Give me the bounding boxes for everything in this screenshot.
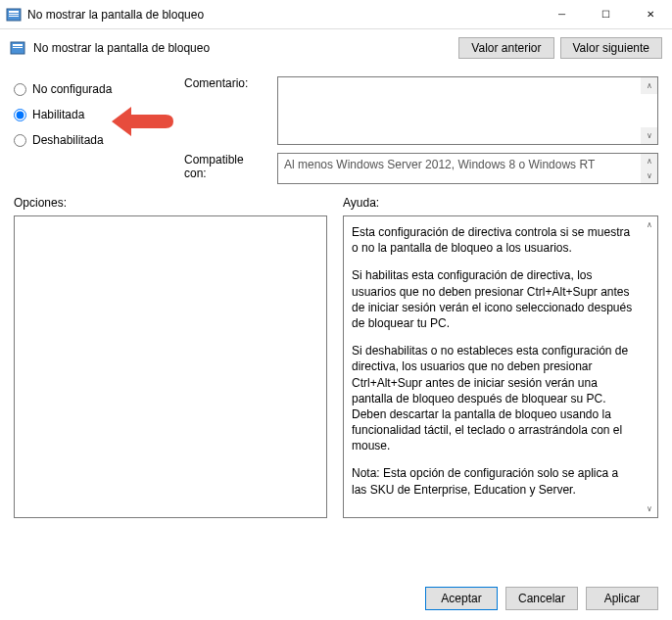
close-button[interactable]: ✕ xyxy=(628,0,672,29)
svg-rect-5 xyxy=(13,44,23,46)
scroll-up-icon[interactable]: ∧ xyxy=(641,216,657,233)
policy-name: No mostrar la pantalla de bloqueo xyxy=(33,41,458,55)
scroll-up-icon[interactable]: ∧ xyxy=(641,154,657,168)
svg-rect-3 xyxy=(9,16,19,17)
compatible-field: Al menos Windows Server 2012, Windows 8 … xyxy=(277,153,658,184)
subtitle-row: No mostrar la pantalla de bloqueo Valor … xyxy=(0,29,672,67)
help-paragraph: Nota: Esta opción de configuración solo … xyxy=(352,465,636,497)
dialog-footer: Aceptar Cancelar Aplicar xyxy=(425,587,658,610)
radio-disabled-input[interactable] xyxy=(14,134,26,147)
scroll-down-icon[interactable]: ∨ xyxy=(641,501,657,517)
apply-button[interactable]: Aplicar xyxy=(586,587,658,610)
scroll-down-icon[interactable]: ∨ xyxy=(641,127,657,144)
policy-icon xyxy=(10,40,25,56)
svg-rect-1 xyxy=(9,11,19,13)
help-label: Ayuda: xyxy=(343,196,658,210)
radio-enabled-label: Habilitada xyxy=(32,108,84,121)
svg-rect-6 xyxy=(13,47,23,48)
radio-not-configured-input[interactable] xyxy=(14,83,26,96)
titlebar: No mostrar la pantalla de bloqueo ─ ☐ ✕ xyxy=(0,0,672,29)
radio-disabled-label: Deshabilitada xyxy=(32,133,104,147)
comment-textarea[interactable]: ∧ ∨ xyxy=(277,76,658,145)
radio-not-configured[interactable]: No configurada xyxy=(14,82,170,96)
options-box xyxy=(14,215,327,518)
comment-label: Comentario: xyxy=(184,76,267,145)
options-label: Opciones: xyxy=(14,196,327,210)
help-paragraph: Esta configuración de directiva controla… xyxy=(352,224,636,256)
radio-enabled-input[interactable] xyxy=(14,109,26,121)
cancel-button[interactable]: Cancelar xyxy=(505,587,578,610)
maximize-button[interactable]: ☐ xyxy=(584,0,628,29)
compatible-label: Compatible con: xyxy=(184,153,267,180)
help-paragraph: Si deshabilitas o no estableces esta con… xyxy=(352,343,636,453)
minimize-button[interactable]: ─ xyxy=(540,0,584,29)
policy-icon xyxy=(6,7,22,23)
compatible-value: Al menos Windows Server 2012, Windows 8 … xyxy=(278,154,657,175)
radio-enabled[interactable]: Habilitada xyxy=(14,108,170,121)
help-box: Esta configuración de directiva controla… xyxy=(343,215,658,518)
previous-value-button[interactable]: Valor anterior xyxy=(458,37,553,59)
radio-not-configured-label: No configurada xyxy=(32,82,112,96)
ok-button[interactable]: Aceptar xyxy=(425,587,498,610)
help-paragraph: Si habilitas esta configuración de direc… xyxy=(352,267,636,331)
radio-disabled[interactable]: Deshabilitada xyxy=(14,133,170,147)
scroll-up-icon[interactable]: ∧ xyxy=(641,77,657,94)
next-value-button[interactable]: Valor siguiente xyxy=(560,37,663,59)
window-title: No mostrar la pantalla de bloqueo xyxy=(27,8,540,22)
svg-rect-2 xyxy=(9,14,19,15)
scroll-down-icon[interactable]: ∨ xyxy=(641,168,657,183)
